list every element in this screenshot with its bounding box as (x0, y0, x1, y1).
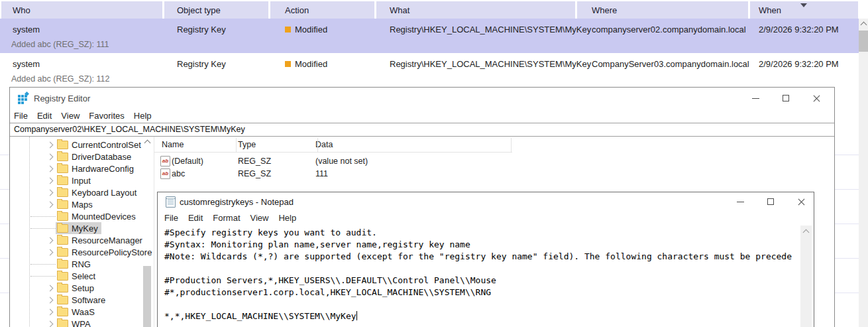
cell-where: CompanyServer03.companydomain.local (592, 59, 749, 69)
scroll-up-icon[interactable] (861, 22, 867, 29)
tree-item-mounteddevices[interactable]: MountedDevices (11, 210, 152, 222)
chevron-right-icon[interactable] (47, 249, 54, 256)
chevron-right-icon[interactable] (47, 166, 54, 172)
cell-object-type: Registry Key (177, 59, 226, 69)
registry-value-row[interactable]: ababcREG_SZ111 (154, 167, 834, 180)
tree-node[interactable]: DriverDatabase (56, 151, 135, 163)
folder-icon (57, 224, 68, 233)
column-header-action[interactable]: Action (270, 1, 374, 19)
tree-item-rng[interactable]: RNG (11, 258, 152, 270)
tree-item-waas[interactable]: WaaS (11, 306, 152, 318)
tree-item-currentcontrolset[interactable]: CurrentControlSet (11, 139, 152, 151)
minimize-button[interactable] (735, 196, 747, 207)
tree-node[interactable]: Input (56, 174, 94, 186)
scrollbar-thumb[interactable] (143, 266, 151, 327)
chevron-right-icon[interactable] (47, 309, 54, 316)
scroll-up-icon[interactable] (803, 229, 810, 236)
menu-item-format[interactable]: Format (213, 211, 240, 226)
column-separator[interactable] (511, 138, 512, 152)
tree-node[interactable]: Setup (56, 282, 97, 294)
menu-item-help[interactable]: Help (278, 211, 296, 226)
tree-node[interactable]: HardwareConfig (56, 163, 137, 174)
maximize-button[interactable] (780, 93, 792, 103)
tree-node[interactable]: CurrentControlSet (56, 139, 144, 151)
audit-row[interactable]: systemRegistry KeyModifiedRegistry\HKEY_… (0, 19, 859, 53)
column-separator[interactable] (236, 138, 237, 152)
tree-item-input[interactable]: Input (11, 174, 152, 186)
notepad-titlebar[interactable]: customregistrykeys - Notepad (158, 192, 814, 211)
column-header-object-type[interactable]: Object type (164, 1, 268, 19)
chevron-right-icon[interactable] (47, 190, 54, 196)
value-name: abc (172, 169, 185, 178)
tree-item-driverdatabase[interactable]: DriverDatabase (11, 151, 152, 163)
chevron-right-icon[interactable] (47, 321, 54, 327)
chevron-right-icon[interactable] (47, 202, 54, 208)
scrollbar-thumb[interactable] (859, 31, 868, 52)
menu-item-view[interactable]: View (250, 211, 269, 226)
tree-item-mykey[interactable]: MyKey (11, 222, 152, 234)
tree-item-setup[interactable]: Setup (11, 282, 152, 294)
chevron-right-icon[interactable] (47, 237, 54, 244)
tree-node[interactable]: RNG (56, 258, 94, 270)
tree-node[interactable]: WPA (56, 318, 94, 327)
chevron-right-icon[interactable] (47, 178, 54, 184)
column-header-label: Who (13, 5, 30, 15)
menu-item-file[interactable]: File (164, 211, 178, 226)
column-separator[interactable] (317, 138, 318, 152)
column-header-who[interactable]: Who (1, 1, 162, 19)
menu-item-file[interactable]: File (14, 109, 28, 123)
folder-icon (57, 308, 68, 316)
tree-node[interactable]: MyKey (56, 222, 101, 234)
menu-item-edit[interactable]: Edit (188, 211, 203, 226)
tree-item-keyboard-layout[interactable]: Keyboard Layout (11, 186, 152, 198)
scroll-up-icon[interactable] (144, 140, 151, 147)
folder-icon (57, 153, 68, 161)
tree-node[interactable]: Select (56, 270, 99, 282)
menu-item-edit[interactable]: Edit (37, 109, 52, 123)
tree-node[interactable]: Maps (56, 198, 96, 210)
notepad-window: customregistrykeys - Notepad FileEditFor… (157, 192, 814, 327)
tree-node-label: Keyboard Layout (72, 188, 136, 198)
registry-value-row[interactable]: ab(Default)REG_SZ(value not set) (154, 155, 834, 167)
maximize-button[interactable] (765, 196, 777, 207)
tree-node[interactable]: Software (56, 294, 109, 306)
menu-item-help[interactable]: Help (134, 109, 152, 123)
registry-editor-titlebar[interactable]: Registry Editor (10, 88, 834, 109)
tree-item-select[interactable]: Select (11, 270, 152, 282)
notepad-scrollbar[interactable] (800, 226, 812, 327)
sort-descending-icon[interactable] (800, 3, 807, 7)
tree-node[interactable]: ResourceManager (56, 234, 146, 246)
audit-grid-scrollbar[interactable] (859, 19, 868, 327)
column-header-where[interactable]: Where (577, 1, 748, 19)
tree-item-software[interactable]: Software (11, 294, 152, 306)
folder-icon (57, 176, 68, 185)
close-button[interactable] (811, 93, 823, 103)
tree-item-resourcemanager[interactable]: ResourceManager (11, 234, 152, 246)
chevron-right-icon[interactable] (47, 154, 54, 161)
tree-item-maps[interactable]: Maps (11, 198, 152, 210)
tree-item-wpa[interactable]: WPA (11, 318, 152, 327)
registry-address-bar[interactable]: Companyserver02\HKEY_LOCAL_MACHINE\SYSTE… (10, 123, 834, 137)
tree-node[interactable]: WaaS (56, 306, 98, 318)
notepad-line: *,*,HKEY_LOCAL_MACHINE\\SYSTEM\\MyKey (164, 310, 800, 322)
chevron-right-icon[interactable] (47, 297, 54, 304)
tree-node-label: MountedDevices (72, 212, 136, 222)
chevron-right-icon[interactable] (47, 142, 54, 149)
tree-node[interactable]: ResourcePolicyStore (56, 246, 152, 258)
close-button[interactable] (796, 196, 808, 207)
values-column-header-type[interactable]: Type (238, 140, 256, 149)
tree-item-hardwareconfig[interactable]: HardwareConfig (11, 163, 152, 174)
registry-tree-scrollbar[interactable] (142, 137, 152, 327)
values-column-header-name[interactable]: Name (162, 140, 184, 149)
column-header-when[interactable]: When (750, 1, 858, 19)
chevron-right-icon[interactable] (47, 285, 54, 292)
menu-item-favorites[interactable]: Favorites (89, 109, 124, 123)
notepad-text-area[interactable]: #Specify registry keys you want to audit… (158, 226, 800, 327)
audit-row[interactable]: systemRegistry KeyModifiedRegistry\HKEY_… (0, 53, 859, 87)
minimize-button[interactable] (750, 93, 762, 103)
tree-node[interactable]: MountedDevices (56, 210, 139, 222)
menu-item-view[interactable]: View (61, 109, 80, 123)
tree-node[interactable]: Keyboard Layout (56, 186, 140, 198)
tree-item-resourcepolicystore[interactable]: ResourcePolicyStore (11, 246, 152, 258)
column-header-what[interactable]: What (376, 1, 575, 19)
